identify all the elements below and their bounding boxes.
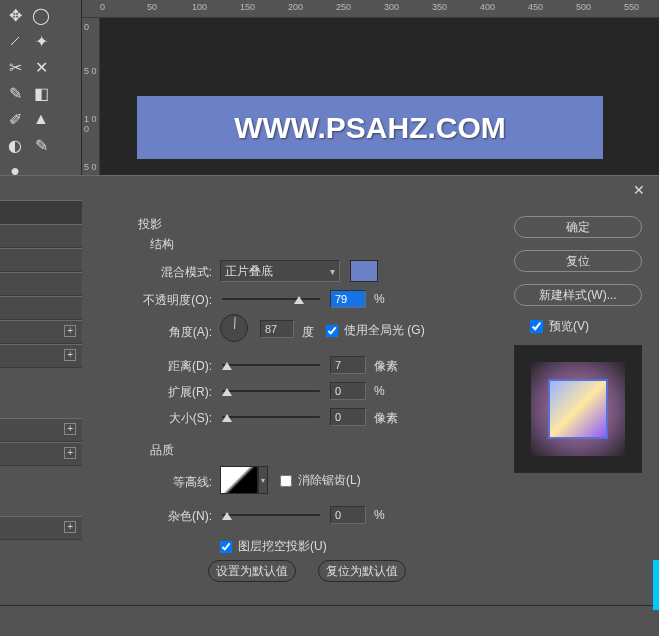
stamp-tool[interactable]: ▲ — [29, 107, 53, 131]
ruler-mark: 50 — [147, 2, 157, 12]
canvas-layer[interactable]: WWW.PSAHZ.COM — [137, 96, 603, 159]
vruler-mark: 1 0 0 — [84, 114, 99, 134]
opacity-unit: % — [374, 292, 385, 306]
effect-list-item[interactable]: + — [0, 442, 82, 466]
ruler-mark: 550 — [624, 2, 639, 12]
global-light-checkbox[interactable]: 使用全局光 (G) — [326, 322, 425, 339]
knockout-checkbox[interactable]: 图层挖空投影(U) — [220, 538, 327, 555]
opacity-slider[interactable] — [222, 298, 320, 300]
new-style-button[interactable]: 新建样式(W)... — [514, 284, 642, 306]
angle-label: 角度(A): — [148, 324, 212, 341]
quality-title: 品质 — [150, 442, 174, 459]
contour-dropdown-arrow[interactable]: ▾ — [258, 466, 268, 494]
distance-unit: 像素 — [374, 358, 398, 375]
ruler-mark: 300 — [384, 2, 399, 12]
right-edge-accent — [653, 560, 659, 610]
watermark-text: WWW.PSAHZ.COM — [234, 111, 506, 145]
effect-list-item[interactable] — [0, 248, 82, 272]
vruler-mark: 0 — [84, 22, 89, 32]
horizontal-ruler: 0 50 100 150 200 250 300 350 400 450 500… — [82, 0, 659, 18]
eraser-tool[interactable]: ✎ — [29, 133, 53, 157]
effect-list-item[interactable]: + — [0, 516, 82, 540]
spread-label: 扩展(R): — [148, 384, 212, 401]
angle-input[interactable] — [260, 320, 294, 338]
ruler-mark: 0 — [100, 2, 105, 12]
noise-label: 杂色(N): — [148, 508, 212, 525]
size-unit: 像素 — [374, 410, 398, 427]
effect-list-item[interactable]: + — [0, 344, 82, 368]
add-icon[interactable]: + — [64, 447, 76, 459]
effect-list-item[interactable] — [0, 272, 82, 296]
antialias-checkbox[interactable]: 消除锯齿(L) — [280, 472, 361, 489]
toolbox: ✥ ◯ ⟋ ✦ ✂ ✕ ✎ ◧ ✐ ▲ ◐ ✎ ● — [0, 0, 82, 175]
effect-list-item[interactable]: + — [0, 320, 82, 344]
spread-input[interactable] — [330, 382, 366, 400]
distance-label: 距离(D): — [148, 358, 212, 375]
angle-dial[interactable] — [220, 314, 248, 342]
add-icon[interactable]: + — [64, 349, 76, 361]
effect-list-item[interactable] — [0, 224, 82, 248]
vertical-ruler: 0 5 0 1 0 0 5 0 — [82, 18, 100, 175]
size-input[interactable] — [330, 408, 366, 426]
wand-tool[interactable]: ✦ — [29, 29, 53, 53]
global-light-label: 使用全局光 (G) — [344, 322, 425, 339]
effects-list: + + + + + — [0, 200, 82, 606]
gradient-tool[interactable]: ◐ — [3, 133, 27, 157]
ruler-mark: 450 — [528, 2, 543, 12]
lasso-tool[interactable]: ⟋ — [3, 29, 27, 53]
opacity-label: 不透明度(O): — [128, 292, 212, 309]
ruler-mark: 200 — [288, 2, 303, 12]
angle-unit: 度 — [302, 324, 314, 341]
antialias-label: 消除锯齿(L) — [298, 472, 361, 489]
effect-list-item[interactable] — [0, 296, 82, 320]
blend-mode-value: 正片叠底 — [225, 263, 273, 280]
move-tool[interactable]: ✥ — [3, 3, 27, 27]
vruler-mark: 5 0 — [84, 66, 97, 76]
marquee-tool[interactable]: ◯ — [29, 3, 53, 27]
effect-settings-panel: 投影 结构 混合模式: 正片叠底 不透明度(O): % 角度(A): 度 使用全… — [88, 208, 508, 598]
ok-button[interactable]: 确定 — [514, 216, 642, 238]
ruler-mark: 150 — [240, 2, 255, 12]
knockout-label: 图层挖空投影(U) — [238, 538, 327, 555]
add-icon[interactable]: + — [64, 423, 76, 435]
contour-swatch[interactable] — [220, 466, 258, 494]
ruler-tool[interactable]: ◧ — [29, 81, 53, 105]
add-icon[interactable]: + — [64, 325, 76, 337]
set-default-button[interactable]: 设置为默认值 — [208, 560, 296, 582]
dialog-actions: 确定 复位 新建样式(W)... 预览(V) — [514, 216, 648, 473]
size-label: 大小(S): — [148, 410, 212, 427]
eyedropper-tool[interactable]: ✎ — [3, 81, 27, 105]
brush-tool[interactable]: ✐ — [3, 107, 27, 131]
distance-slider[interactable] — [222, 364, 320, 366]
close-button[interactable]: ✕ — [631, 182, 647, 198]
add-icon[interactable]: + — [64, 521, 76, 533]
size-slider[interactable] — [222, 416, 320, 418]
ruler-mark: 250 — [336, 2, 351, 12]
reset-button[interactable]: 复位 — [514, 250, 642, 272]
ruler-mark: 350 — [432, 2, 447, 12]
layer-style-dialog: ✕ + + + + + 投影 结构 混合模式: 正片叠底 不透明度(O): % … — [0, 175, 659, 605]
ruler-mark: 500 — [576, 2, 591, 12]
noise-slider[interactable] — [222, 514, 320, 516]
crop-tool[interactable]: ✂ — [3, 55, 27, 79]
spread-slider[interactable] — [222, 390, 320, 392]
spread-unit: % — [374, 384, 385, 398]
bottom-panel — [0, 605, 659, 636]
vruler-mark: 5 0 — [84, 162, 97, 172]
structure-title: 结构 — [150, 236, 174, 253]
shadow-color-swatch[interactable] — [350, 260, 378, 282]
effect-list-item[interactable]: + — [0, 418, 82, 442]
noise-unit: % — [374, 508, 385, 522]
opacity-input[interactable] — [330, 290, 366, 308]
distance-input[interactable] — [330, 356, 366, 374]
noise-input[interactable] — [330, 506, 366, 524]
preview-thumbnail — [514, 345, 642, 473]
preview-label: 预览(V) — [549, 318, 589, 335]
blend-mode-select[interactable]: 正片叠底 — [220, 260, 340, 282]
panel-title: 投影 — [138, 216, 162, 233]
blend-mode-label: 混合模式: — [148, 264, 212, 281]
reset-default-button[interactable]: 复位为默认值 — [318, 560, 406, 582]
effect-list-item[interactable] — [0, 200, 82, 224]
preview-checkbox[interactable]: 预览(V) — [530, 318, 648, 335]
slice-tool[interactable]: ✕ — [29, 55, 53, 79]
